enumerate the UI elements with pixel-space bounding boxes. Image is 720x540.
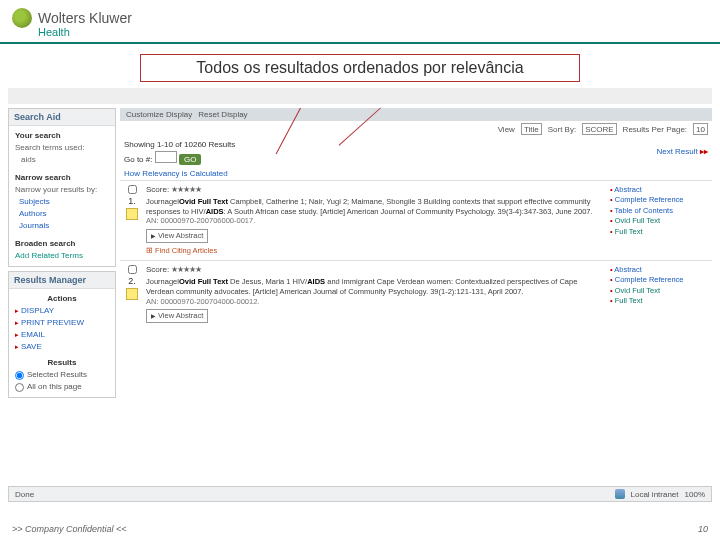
search-field-area[interactable] <box>8 88 712 104</box>
result-link[interactable]: • Ovid Full Text <box>610 216 710 227</box>
selected-results-label: Selected Results <box>27 369 87 381</box>
accession-number: AN: 00000970-200704000-00012. <box>146 297 606 307</box>
terms-label: Search terms used: <box>15 142 109 154</box>
footer-page-number: 10 <box>698 524 708 534</box>
narrow-label: Narrow your results by: <box>15 184 109 196</box>
brand-subtitle: Health <box>38 26 708 38</box>
action-email[interactable]: EMAIL <box>15 329 109 341</box>
result-row: 1.Score: ★★★★★JournagelOvid Full Text Ca… <box>120 180 712 260</box>
view-select[interactable]: Title <box>521 123 542 135</box>
action-display[interactable]: DISPLAY <box>15 305 109 317</box>
selected-results-radio[interactable] <box>15 371 24 380</box>
narrow-authors[interactable]: Authors <box>15 208 109 220</box>
rpp-label: Results Per Page: <box>623 125 687 134</box>
broaden-header: Broaden search <box>15 238 109 250</box>
rpp-select[interactable]: 10 <box>693 123 708 135</box>
all-page-radio[interactable] <box>15 383 24 392</box>
status-done: Done <box>15 490 34 499</box>
all-page-label: All on this page <box>27 381 82 393</box>
result-link[interactable]: • Ovid Full Text <box>610 286 710 297</box>
search-terms: aids <box>15 154 109 166</box>
result-citation: JournagelOvid Full Text Campbell, Cather… <box>146 197 606 217</box>
result-link[interactable]: • Full Text <box>610 227 710 238</box>
intranet-zone-icon <box>615 489 625 499</box>
narrow-header: Narrow search <box>15 172 109 184</box>
narrow-subjects[interactable]: Subjects <box>15 196 109 208</box>
result-link[interactable]: • Abstract <box>610 265 710 276</box>
score-label: Score: ★★★★★ <box>146 185 606 195</box>
result-link[interactable]: • Table of Contents <box>610 206 710 217</box>
result-checkbox[interactable] <box>128 265 137 274</box>
result-link[interactable]: • Full Text <box>610 296 710 307</box>
results-manager-header: Results Manager <box>9 272 115 289</box>
action-save[interactable]: SAVE <box>15 341 109 353</box>
add-related-terms[interactable]: Add Related Terms <box>15 250 109 262</box>
find-citing-link[interactable]: ⊞ Find Citing Articles <box>146 246 606 256</box>
accession-number: AN: 00000970-200706000-0017. <box>146 216 606 226</box>
annotation-note-icon[interactable] <box>126 208 138 220</box>
star-rating-icon: ★★★★★ <box>171 265 201 274</box>
sort-label: Sort By: <box>548 125 576 134</box>
go-button[interactable]: GO <box>179 154 201 165</box>
brand-header: Wolters Kluwer Health <box>0 0 720 44</box>
goto-label: Go to #: <box>124 155 152 164</box>
sidebar: Search Aid Your search Search terms used… <box>8 108 116 402</box>
footer-confidential: >> Company Confidential << <box>12 524 127 534</box>
annotation-note-icon[interactable] <box>126 288 138 300</box>
sort-select[interactable]: SCORE <box>582 123 616 135</box>
result-checkbox[interactable] <box>128 185 137 194</box>
customize-display-link[interactable]: Customize Display <box>126 110 192 119</box>
search-aid-header: Search Aid <box>9 109 115 126</box>
actions-label: Actions <box>15 293 109 305</box>
results-label: Results <box>15 357 109 369</box>
browser-status-bar: Done Local intranet 100% <box>8 486 712 502</box>
score-label: Score: ★★★★★ <box>146 265 606 275</box>
brand-logo-icon <box>12 8 32 28</box>
zoom-level[interactable]: 100% <box>685 490 705 499</box>
goto-input[interactable] <box>155 151 177 163</box>
action-print[interactable]: PRINT PREVIEW <box>15 317 109 329</box>
showing-count: Showing 1-10 of 10260 Results <box>124 140 235 149</box>
result-link[interactable]: • Complete Reference <box>610 195 710 206</box>
next-arrow-icon: ▸▸ <box>700 147 708 156</box>
result-link[interactable]: • Abstract <box>610 185 710 196</box>
callout-box: Todos os resultados ordenados por relevâ… <box>140 54 580 82</box>
narrow-journals[interactable]: Journals <box>15 220 109 232</box>
relevance-explain-link[interactable]: How Relevancy is Calculated <box>120 167 712 180</box>
main-results-area: Customize Display Reset Display View Tit… <box>120 108 712 402</box>
result-row: 2.Score: ★★★★★JournagelOvid Full Text De… <box>120 260 712 330</box>
result-number: 2. <box>128 276 136 286</box>
view-abstract-button[interactable]: View Abstract <box>146 229 208 243</box>
result-link[interactable]: • Complete Reference <box>610 275 710 286</box>
reset-display-link[interactable]: Reset Display <box>198 110 247 119</box>
zone-label: Local intranet <box>631 490 679 499</box>
next-result-link[interactable]: Next Result <box>656 147 697 156</box>
view-label: View <box>498 125 515 134</box>
your-search-label: Your search <box>15 130 109 142</box>
result-citation: JournagelOvid Full Text De Jesus, Maria … <box>146 277 606 297</box>
result-number: 1. <box>128 196 136 206</box>
brand-name: Wolters Kluwer <box>38 10 132 26</box>
view-abstract-button[interactable]: View Abstract <box>146 309 208 323</box>
star-rating-icon: ★★★★★ <box>171 185 201 194</box>
